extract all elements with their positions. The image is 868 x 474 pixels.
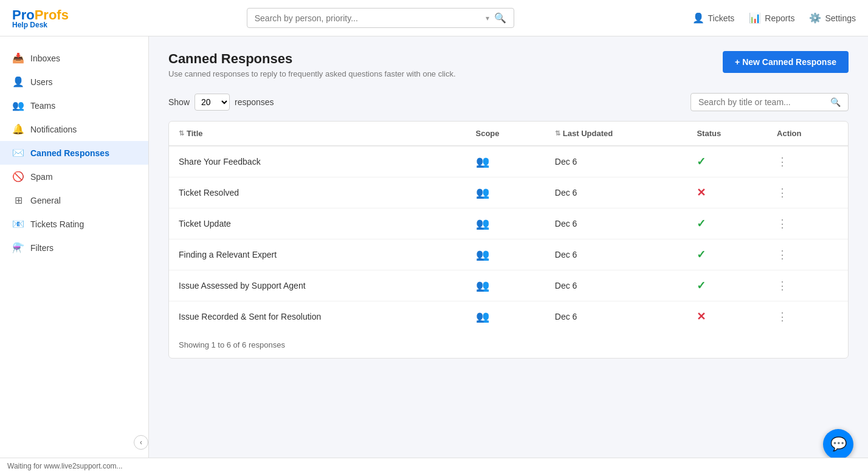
tickets-icon: 👤 xyxy=(692,12,704,24)
sidebar-item-spam[interactable]: 🚫 Spam xyxy=(0,165,148,188)
row-status: ✕ xyxy=(687,177,767,208)
row-scope: 👥 xyxy=(466,146,545,177)
reports-nav-link[interactable]: 📊 Reports xyxy=(749,12,794,24)
reports-icon: 📊 xyxy=(749,12,761,24)
row-title: Issue Recorded & Sent for Resolution xyxy=(169,301,466,332)
status-inactive-icon: ✕ xyxy=(697,311,706,323)
loading-bar: Waiting for www.live2support.com... xyxy=(0,458,868,474)
team-scope-icon: 👥 xyxy=(476,156,489,168)
show-label: Show xyxy=(168,97,190,107)
sidebar-collapse-button[interactable]: ‹ xyxy=(134,435,148,450)
team-scope-icon: 👥 xyxy=(476,280,489,292)
row-last-updated: Dec 6 xyxy=(545,177,687,208)
row-title: Issue Assessed by Support Agent xyxy=(169,270,466,301)
teams-icon: 👥 xyxy=(12,100,24,111)
status-active-icon: ✓ xyxy=(697,280,706,292)
table-row: Issue Recorded & Sent for Resolution 👥 D… xyxy=(169,301,848,332)
team-scope-icon: 👥 xyxy=(476,218,489,230)
action-menu-icon[interactable]: ⋮ xyxy=(777,311,788,323)
page-header: Canned Responses Use canned responses to… xyxy=(168,51,849,78)
action-menu-icon[interactable]: ⋮ xyxy=(777,218,788,230)
row-action[interactable]: ⋮ xyxy=(767,177,848,208)
row-title: Share Your Feedback xyxy=(169,146,466,177)
row-last-updated: Dec 6 xyxy=(545,270,687,301)
show-control: Show 20 50 100 responses xyxy=(168,94,274,111)
tickets-nav-label: Tickets xyxy=(708,13,735,23)
sidebar-item-teams[interactable]: 👥 Teams xyxy=(0,94,148,117)
page-subtitle: Use canned responses to reply to frequen… xyxy=(168,69,456,78)
col-last-updated-label: Last Updated xyxy=(563,129,613,138)
main-content: Canned Responses Use canned responses to… xyxy=(149,36,868,474)
chat-bubble-button[interactable]: 💬 xyxy=(823,429,853,459)
table-row: Ticket Update 👥 Dec 6 ✓ ⋮ xyxy=(169,208,848,239)
row-scope: 👥 xyxy=(466,239,545,270)
row-scope: 👥 xyxy=(466,208,545,239)
notifications-icon: 🔔 xyxy=(12,123,24,135)
col-status: Status xyxy=(687,122,767,146)
row-status: ✓ xyxy=(687,270,767,301)
reports-nav-label: Reports xyxy=(765,13,794,23)
col-action-label: Action xyxy=(777,129,801,138)
canned-responses-table-container: ⇅ Title Scope ⇅ Last Updated xyxy=(168,121,849,359)
sidebar-label-teams: Teams xyxy=(30,101,55,111)
action-menu-icon[interactable]: ⋮ xyxy=(777,187,788,199)
sort-icon-updated: ⇅ xyxy=(555,129,560,137)
inbox-icon: 📥 xyxy=(12,52,24,64)
row-action[interactable]: ⋮ xyxy=(767,146,848,177)
col-title[interactable]: ⇅ Title xyxy=(169,122,466,146)
sidebar-item-users[interactable]: 👤 Users xyxy=(0,70,148,94)
team-scope-icon: 👥 xyxy=(476,249,489,261)
user-icon: 👤 xyxy=(12,76,24,88)
sidebar-item-canned-responses[interactable]: ✉️ Canned Responses xyxy=(0,141,148,165)
row-scope: 👥 xyxy=(466,177,545,208)
sidebar-item-tickets-rating[interactable]: 📧 Tickets Rating xyxy=(0,212,148,236)
spam-icon: 🚫 xyxy=(12,171,24,182)
row-status: ✓ xyxy=(687,146,767,177)
sidebar-item-notifications[interactable]: 🔔 Notifications xyxy=(0,117,148,141)
canned-responses-icon: ✉️ xyxy=(12,147,24,159)
row-action[interactable]: ⋮ xyxy=(767,208,848,239)
logo: ProProfs Help Desk xyxy=(12,7,69,29)
sidebar-item-inboxes[interactable]: 📥 Inboxes xyxy=(0,46,148,70)
chevron-down-icon: ▾ xyxy=(486,14,489,22)
action-menu-icon[interactable]: ⋮ xyxy=(777,156,788,168)
row-last-updated: Dec 6 xyxy=(545,208,687,239)
search-input[interactable] xyxy=(255,13,486,23)
row-status: ✕ xyxy=(687,301,767,332)
col-action: Action xyxy=(767,122,848,146)
table-header: ⇅ Title Scope ⇅ Last Updated xyxy=(169,122,848,146)
row-scope: 👥 xyxy=(466,301,545,332)
title-team-search-input[interactable] xyxy=(698,97,830,107)
table-row: Share Your Feedback 👥 Dec 6 ✓ ⋮ xyxy=(169,146,848,177)
table-row: Ticket Resolved 👥 Dec 6 ✕ ⋮ xyxy=(169,177,848,208)
status-active-icon: ✓ xyxy=(697,156,706,168)
filters-icon: ⚗️ xyxy=(12,242,24,253)
search-bar[interactable]: ▾ 🔍 xyxy=(247,8,514,28)
show-per-page-select[interactable]: 20 50 100 xyxy=(195,94,230,111)
settings-nav-link[interactable]: ⚙️ Settings xyxy=(809,12,856,24)
row-last-updated: Dec 6 xyxy=(545,239,687,270)
tickets-rating-icon: 📧 xyxy=(12,218,24,230)
action-menu-icon[interactable]: ⋮ xyxy=(777,280,788,292)
logo-sub: Help Desk xyxy=(12,21,69,29)
row-status: ✓ xyxy=(687,239,767,270)
header: ProProfs Help Desk ▾ 🔍 👤 Tickets 📊 Repor… xyxy=(0,0,868,36)
search-filter[interactable]: 🔍 xyxy=(691,93,849,111)
new-canned-response-button[interactable]: + New Canned Response xyxy=(723,51,849,73)
canned-responses-table: ⇅ Title Scope ⇅ Last Updated xyxy=(169,122,848,332)
row-action[interactable]: ⋮ xyxy=(767,270,848,301)
team-scope-icon: 👥 xyxy=(476,187,489,199)
row-last-updated: Dec 6 xyxy=(545,146,687,177)
sidebar-item-filters[interactable]: ⚗️ Filters xyxy=(0,236,148,259)
status-active-icon: ✓ xyxy=(697,249,706,261)
row-action[interactable]: ⋮ xyxy=(767,301,848,332)
action-menu-icon[interactable]: ⋮ xyxy=(777,249,788,261)
table-row: Issue Assessed by Support Agent 👥 Dec 6 … xyxy=(169,270,848,301)
sidebar-item-general[interactable]: ⊞ General xyxy=(0,188,148,212)
team-scope-icon: 👥 xyxy=(476,311,489,323)
col-title-label: Title xyxy=(187,129,203,138)
sidebar-label-filters: Filters xyxy=(30,243,53,253)
row-action[interactable]: ⋮ xyxy=(767,239,848,270)
col-last-updated[interactable]: ⇅ Last Updated xyxy=(545,122,687,146)
tickets-nav-link[interactable]: 👤 Tickets xyxy=(692,12,735,24)
